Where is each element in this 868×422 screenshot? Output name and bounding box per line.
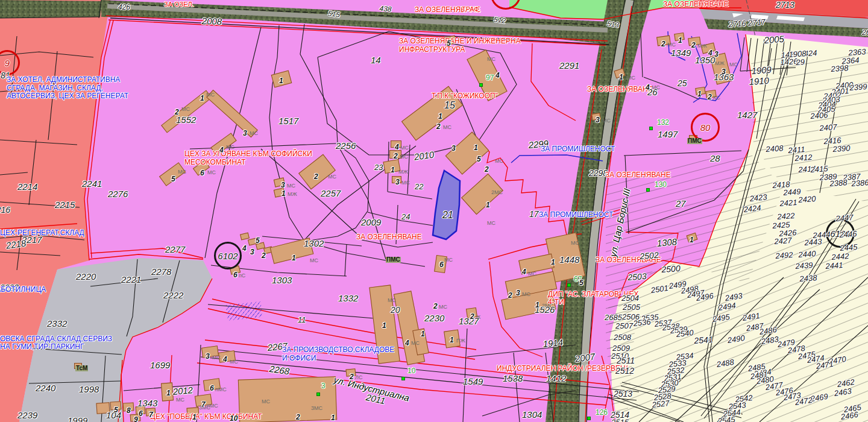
building-number: 2 [350, 373, 354, 380]
green-marker [649, 127, 653, 130]
building-type-label: МЖ [697, 43, 707, 49]
building-number: 3 [395, 178, 400, 186]
parcel-number: 2010 [414, 150, 435, 161]
building-type-label: МС [602, 118, 611, 124]
parcel-number: 2216 [0, 206, 10, 214]
building-number: 3 [714, 51, 719, 58]
parcel-number: 1910 [749, 76, 769, 86]
zone-label-blue: ЦЕХ-РЕГЕНЕРАТ,СКЛАД [0, 229, 84, 236]
parcel-number: 1552 [176, 115, 196, 124]
parcel-number: 29 [796, 58, 805, 66]
tree-count-label: 126 [596, 409, 608, 416]
parcel-number: 23 [374, 163, 383, 171]
building-number: 8 [127, 407, 131, 414]
parcel-number: 2505 [623, 303, 640, 311]
parcel-number: 2423 [749, 193, 767, 203]
zone-label-blue: ЗА ПРОМИШЛЕНОСТ [541, 145, 615, 153]
parcel-number: 1909 [751, 65, 772, 75]
zone-label-blue: АВТОСЕРВИЗ, ЦЕХ ЗА РЕГЕНЕРАТ [7, 92, 128, 99]
building-type-label: МС [388, 298, 396, 303]
green-marker [587, 417, 591, 420]
parcel-number: 2540 [676, 329, 694, 338]
parcel-number: 2220 [76, 272, 96, 281]
parcel-number: 2009 [361, 218, 381, 227]
parcel-number: 2386 [851, 178, 868, 187]
parcel-number: 2420 [798, 195, 816, 204]
parcel-number: 2463 [834, 387, 852, 397]
building-number: 4 [405, 339, 409, 347]
parcel-number: 2713 [776, 1, 794, 9]
parcel-number: 15 [444, 101, 455, 110]
zone-label-red: ЗА ОЗЕЛЕНЯВАНЕ [663, 1, 729, 8]
parcel-number: 2486 [759, 326, 777, 336]
building-number: 4 [646, 84, 650, 91]
parcel-number: 2502 [640, 251, 659, 260]
utility-label: ПМС [386, 257, 401, 263]
building-type-label: МЖ [715, 61, 725, 66]
building-number: 5 [579, 279, 583, 286]
parcel-number: 2685 [605, 313, 622, 321]
zone-label-red: ЗА ОЗЕЛЕНЯВАНЕ [605, 171, 671, 178]
building-number: 2 [296, 414, 300, 421]
cadastral-map[interactable]: 980610261014262008438515512513ЗА ОЗЕЛ.ЗА… [0, 0, 868, 422]
parcel-number: 1538 [503, 374, 523, 383]
parcel-number: 2445 [840, 243, 858, 252]
zone-label-blue: ЗА ПРОИЗВОДСТВО,СКЛАДОВЕ [282, 346, 394, 353]
utility-label: ПМС [687, 138, 702, 144]
parcel-number: 20 [391, 306, 400, 314]
parcel-number: 2239 [17, 411, 37, 420]
building-type-label: пМС [215, 387, 227, 392]
tree-count-label: 130 [655, 181, 667, 188]
green-marker [479, 83, 483, 87]
zone-label-red: ЗА ОЗЕЛ. [164, 1, 194, 8]
building-type-label: МС [401, 180, 410, 186]
parcel-number: 2512 [615, 367, 634, 375]
parcel-number: 2008 [201, 16, 222, 26]
zone-label-red: ЦЕХ ЗА УГОЯВАНЕ КЪМ СОФИЙСКИ [184, 150, 312, 157]
parcel-number: 2443 [804, 238, 822, 247]
parcel-number: 515 [327, 10, 341, 19]
parcel-number: 2527 [652, 399, 670, 409]
building-number: 1 [421, 330, 425, 338]
building-number: 1 [192, 414, 197, 421]
parcel-number: 2469 [810, 392, 828, 403]
building-type-label: МС [522, 292, 530, 297]
zone-label-blue: НА ГУМИ,ТИР-ПАРКИНГ [0, 343, 84, 350]
parcel-number: 2500 [661, 264, 681, 274]
building-number: 1 [292, 254, 296, 262]
building-number: 4 [522, 268, 526, 276]
building-type-label: КС [713, 95, 720, 101]
building-type-label: МС [729, 62, 738, 68]
parcel-number: 2241 [82, 179, 102, 188]
parcel-number: 2278 [151, 267, 171, 276]
building-type-label: 3МС [199, 405, 210, 411]
parcel-number: 2222 [163, 291, 183, 300]
building-type-label: МС [528, 271, 536, 277]
utility-label: ТсМ [75, 365, 88, 371]
parcel-number: 2491 [742, 312, 760, 322]
zone-label-blue: ЗА ПРОМИШЛЕНОСТ [539, 211, 613, 218]
building-type-label: МЖ [398, 169, 408, 175]
parcel-number: 1303 [272, 276, 292, 285]
parcel-number: 2496 [696, 292, 714, 302]
survey-point-circle: 6102 [214, 242, 242, 269]
parcel-number: 2214 [17, 182, 37, 191]
building-number: 1 [279, 77, 283, 84]
parcel-number: 2399 [849, 83, 867, 92]
parcel-number: 1332 [338, 294, 358, 303]
map-base-layer [0, 0, 868, 422]
building-number: 4 [219, 146, 224, 154]
building-type-label: МС [495, 159, 503, 164]
building-number: 1 [200, 95, 204, 102]
parcel-number: 11 [298, 316, 306, 324]
parcel-number: 2471 [816, 360, 834, 370]
parcel-number: 2218 [5, 238, 27, 250]
building-type-label: МС [444, 257, 453, 263]
parcel-number: 2490 [727, 334, 745, 344]
parcel-number: 426 [118, 4, 130, 11]
building-type-label: 3МС [311, 406, 322, 411]
building-number: 2 [485, 166, 489, 173]
parcel-number: 2390 [832, 144, 851, 153]
building-number: 2 [436, 123, 441, 130]
building-type-label: ЛС [355, 375, 362, 380]
